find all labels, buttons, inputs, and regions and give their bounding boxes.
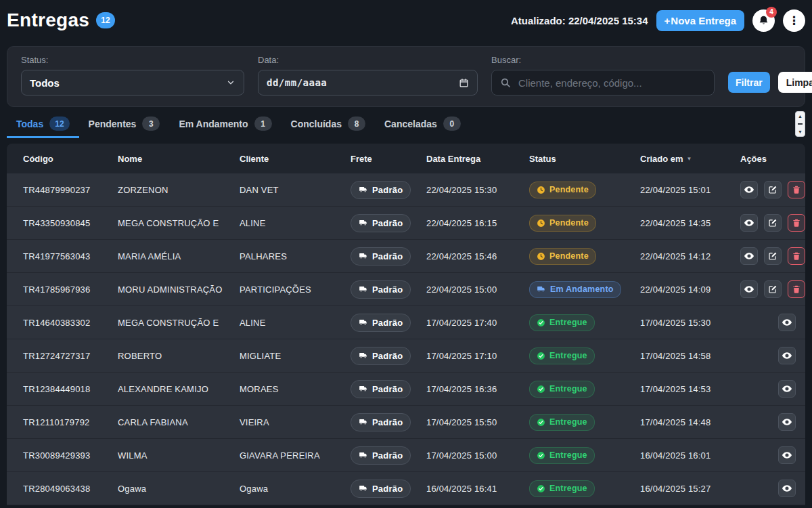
check-circle-icon bbox=[537, 451, 545, 460]
edit-button[interactable] bbox=[764, 214, 782, 232]
calendar-icon[interactable] bbox=[459, 78, 469, 88]
freight-badge: Padrão bbox=[351, 314, 411, 332]
view-button[interactable] bbox=[740, 280, 758, 298]
clock-icon bbox=[537, 186, 545, 194]
clear-button[interactable]: Limpar bbox=[778, 72, 812, 93]
notifications-button[interactable]: 4 bbox=[752, 9, 775, 32]
view-button[interactable] bbox=[778, 446, 796, 464]
menu-button[interactable]: ⋮ bbox=[783, 9, 805, 32]
cell-frete: Padrão bbox=[351, 380, 426, 398]
check-circle-icon bbox=[537, 418, 545, 427]
cell-codigo: TR14640383302 bbox=[23, 318, 118, 328]
cell-acoes bbox=[740, 280, 805, 298]
cell-codigo: TR12724727317 bbox=[23, 351, 118, 361]
cell-nome: MEGA CONSTRUÇÃO E bbox=[118, 218, 240, 228]
tab-count-badge: 1 bbox=[254, 117, 272, 131]
search-box[interactable] bbox=[491, 70, 715, 96]
cell-codigo: TR12384449018 bbox=[23, 384, 118, 394]
cell-data-entrega: 22/04/2025 15:00 bbox=[426, 284, 529, 295]
view-button[interactable] bbox=[778, 314, 796, 331]
new-delivery-button[interactable]: + Nova Entrega bbox=[656, 10, 744, 31]
edit-button[interactable] bbox=[764, 280, 782, 298]
freight-label: Padrão bbox=[372, 251, 403, 261]
table-row: TR41785967936MORU ADMINISTRAÇÃOPARTICIPA… bbox=[7, 273, 805, 306]
deliveries-table: Código Nome Cliente Frete Data Entrega S… bbox=[7, 144, 805, 505]
col-criado-em[interactable]: Criado em ▼ bbox=[640, 154, 740, 164]
edit-button[interactable] bbox=[764, 247, 782, 265]
table-row: TR14640383302MEGA CONSTRUÇÃO EALINEPadrã… bbox=[7, 306, 805, 339]
tab-concluidas[interactable]: Concluídas8 bbox=[281, 111, 375, 138]
cell-criado-em: 16/04/2025 16:01 bbox=[640, 450, 740, 461]
table-row: TR28049063438OgawaOgawaPadrão16/04/2025 … bbox=[7, 472, 805, 505]
status-select[interactable]: Todos bbox=[21, 70, 244, 96]
eye-icon bbox=[744, 251, 754, 261]
scrollbar-widget[interactable]: ▲ ▼ bbox=[795, 111, 805, 137]
tab-em-andamento[interactable]: Em Andamento1 bbox=[169, 111, 281, 138]
sort-desc-icon: ▼ bbox=[687, 156, 692, 162]
scroll-thumb[interactable] bbox=[798, 123, 803, 125]
edit-icon bbox=[768, 218, 777, 228]
cell-criado-em: 22/04/2025 14:35 bbox=[640, 218, 740, 228]
status-label: Pendente bbox=[549, 185, 589, 194]
view-button[interactable] bbox=[778, 347, 796, 364]
check-circle-icon bbox=[537, 385, 545, 394]
tab-count-badge: 0 bbox=[443, 117, 461, 131]
status-label: Entregue bbox=[549, 351, 587, 360]
scroll-up-icon[interactable]: ▲ bbox=[798, 114, 803, 119]
cell-acoes bbox=[740, 413, 796, 431]
delete-button[interactable] bbox=[788, 214, 805, 232]
scroll-down-icon[interactable]: ▼ bbox=[798, 129, 803, 134]
filter-panel: Status: Todos Data: dd/mm/aaaa Buscar: F… bbox=[7, 46, 805, 107]
edit-button[interactable] bbox=[764, 181, 782, 198]
tab-canceladas[interactable]: Canceladas0 bbox=[375, 111, 470, 138]
delete-button[interactable] bbox=[788, 181, 805, 198]
status-label: Pendente bbox=[549, 251, 589, 261]
date-input[interactable]: dd/mm/aaaa bbox=[258, 70, 478, 96]
date-field: Data: dd/mm/aaaa bbox=[258, 55, 478, 96]
status-label: Entregue bbox=[549, 450, 587, 460]
tab-pendentes[interactable]: Pendentes3 bbox=[79, 111, 170, 138]
freight-label: Padrão bbox=[372, 318, 403, 328]
view-button[interactable] bbox=[740, 181, 758, 198]
cell-cliente: DAN VET bbox=[240, 185, 351, 195]
eye-icon bbox=[782, 483, 792, 494]
cell-status: Entregue bbox=[529, 480, 640, 497]
cell-criado-em: 17/04/2025 14:58 bbox=[640, 351, 740, 361]
view-button[interactable] bbox=[778, 480, 796, 497]
freight-badge: Padrão bbox=[351, 413, 411, 431]
table-row: TR12384449018ALEXANDRE KAMIJOMORAESPadrã… bbox=[7, 373, 805, 406]
cell-data-entrega: 17/04/2025 16:36 bbox=[426, 384, 529, 394]
tabs: Todas12Pendentes3Em Andamento1Concluídas… bbox=[7, 114, 805, 138]
col-cliente: Cliente bbox=[240, 154, 351, 164]
status-badge: Pendente bbox=[529, 215, 596, 232]
cell-status: Entregue bbox=[529, 414, 640, 431]
view-button[interactable] bbox=[740, 247, 758, 265]
freight-label: Padrão bbox=[372, 218, 403, 228]
truck-icon bbox=[359, 450, 368, 460]
tab-label: Pendentes bbox=[89, 119, 137, 129]
view-button[interactable] bbox=[778, 413, 796, 431]
eye-icon bbox=[782, 450, 792, 461]
cell-acoes bbox=[740, 247, 805, 265]
cell-frete: Padrão bbox=[351, 446, 426, 465]
title-wrap: Entregas 12 bbox=[7, 9, 115, 31]
status-badge: Pendente bbox=[529, 248, 596, 265]
delete-button[interactable] bbox=[788, 280, 805, 298]
cell-nome: MORU ADMINISTRAÇÃO bbox=[118, 284, 240, 295]
eye-icon bbox=[744, 184, 754, 195]
cell-nome: MARIA AMÉLIA bbox=[118, 251, 240, 261]
search-input[interactable] bbox=[517, 77, 706, 89]
search-field: Buscar: bbox=[491, 55, 715, 96]
table-row: TR43350930845MEGA CONSTRUÇÃO EALINEPadrã… bbox=[7, 207, 805, 240]
table-row: TR44879990237ZORZENONDAN VETPadrão22/04/… bbox=[7, 173, 805, 207]
cell-status: Pendente bbox=[529, 248, 640, 265]
filter-button[interactable]: Filtrar bbox=[728, 72, 770, 93]
cell-frete: Padrão bbox=[351, 280, 426, 299]
tab-todas[interactable]: Todas12 bbox=[7, 111, 79, 138]
view-button[interactable] bbox=[778, 380, 796, 398]
truck-icon bbox=[537, 284, 546, 294]
view-button[interactable] bbox=[740, 214, 758, 232]
tab-count-badge: 12 bbox=[49, 117, 69, 131]
eye-icon bbox=[782, 317, 792, 328]
delete-button[interactable] bbox=[788, 247, 805, 265]
